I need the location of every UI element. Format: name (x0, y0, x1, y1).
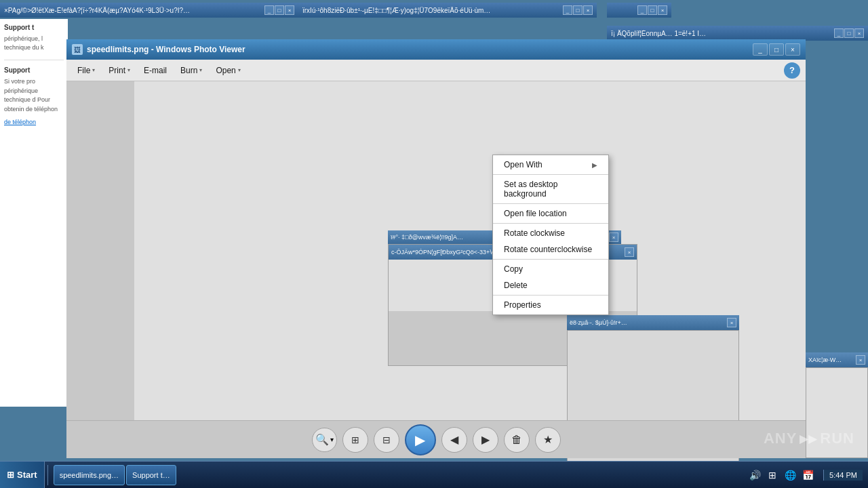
taskbar: ⊞ Start speedlimits.png… Support t… 🔊 ⊞ … (0, 461, 868, 488)
tray-icons: 🔊 ⊞ 🌐 📅 (743, 468, 819, 483)
clock: 5:44 PM (823, 470, 863, 481)
bg-window-3-minimize[interactable]: _ (637, 5, 647, 15)
lower-right-window-title: ë8·zµâ·-. $µÚ}·û!r+… (570, 319, 727, 326)
ctx-open-file-location[interactable]: Open file location (493, 205, 608, 222)
ctx-open-with[interactable]: Open With ▶ (493, 157, 608, 173)
menu-help[interactable]: ? (784, 62, 800, 79)
bg-window-1-maximize[interactable]: □ (275, 5, 284, 15)
start-button[interactable]: ⊞ Start (0, 462, 45, 488)
menu-print-arrow: ▾ (127, 67, 130, 73)
ctx-copy[interactable]: Copy (493, 261, 608, 277)
left-nav-panel (66, 81, 134, 454)
small-window-right-bar: XAïc¦æ·W… × (806, 352, 868, 367)
ctx-rotate-ccw[interactable]: Rotate counterclockwise (493, 241, 608, 258)
bg-window-3-maximize[interactable]: □ (648, 5, 657, 15)
taskbar-tray: 🔊 ⊞ 🌐 📅 5:44 PM (738, 462, 868, 488)
bg-window-2-controls: _ □ × (563, 5, 593, 15)
clock-time: 5:44 PM (829, 471, 857, 479)
anyrun-watermark: ANY ▶▶ RUN (764, 430, 854, 447)
bg-window-3-close[interactable]: × (658, 5, 667, 15)
menu-file[interactable]: File ▾ (72, 62, 100, 79)
menu-print[interactable]: Print ▾ (103, 62, 136, 79)
ctx-sep-1 (493, 174, 608, 175)
menu-email[interactable]: E-mail (138, 62, 172, 79)
bg-window-4-controls: _ □ × (834, 28, 864, 38)
actual-size-btn[interactable]: ⊟ (374, 427, 399, 453)
menu-open-arrow: ▾ (238, 67, 241, 73)
ctx-properties[interactable]: Properties (493, 297, 608, 313)
bg-window-4-close[interactable]: × (854, 28, 864, 38)
ctx-sep-4 (493, 259, 608, 260)
bg-window-1-title: ×PAg/©>Ø!ëtXæ-È!efàA?¦ï÷?r4KÄ(æµ?AYó4K·¹… (4, 7, 264, 14)
star-btn[interactable]: ★ (535, 427, 561, 453)
photo-viewer-minimize[interactable]: _ (753, 43, 768, 56)
menu-burn-arrow: ▾ (199, 67, 202, 73)
watermark-any: ANY (764, 430, 797, 447)
tray-icon-3[interactable]: 📅 (800, 468, 815, 483)
small-window-right-close[interactable]: × (856, 355, 865, 365)
watermark-run: RUN (820, 430, 854, 447)
bg-window-2-titlebar: ïrxIú·¹ôh8ziëÐ·ûb±¹·-µE!‡□□¶¦Æ·y)og‡¦Ü7O… (298, 3, 597, 18)
photo-viewer-title: speedlimits.png - Windows Photo Viewer (87, 45, 753, 54)
photo-viewer-content: Open With ▶ Set as desktop background Op… (66, 81, 806, 454)
ctx-open-with-arrow: ▶ (592, 161, 597, 169)
zoom-arrow-icon: ▾ (330, 436, 334, 443)
watermark-arrow-icon: ▶▶ (800, 432, 817, 445)
small-window-right-title: XAïc¦æ·W… (808, 357, 856, 363)
sidebar-heading-2: Support (4, 66, 64, 75)
ctx-rotate-cw[interactable]: Rotate clockwise (493, 225, 608, 241)
bg-window-4-maximize[interactable]: □ (844, 28, 854, 38)
next-btn[interactable]: ▶ (473, 427, 498, 453)
bg-window-2-maximize[interactable]: □ (573, 5, 583, 15)
lower-window-2-close[interactable]: × (625, 247, 634, 257)
menu-file-arrow: ▾ (92, 67, 95, 73)
photo-viewer-menubar: File ▾ Print ▾ E-mail Burn ▾ Open ▾ ? (66, 60, 806, 81)
taskbar-items: speedlimits.png… Support t… (51, 462, 738, 488)
zoom-icon: 🔍 (315, 433, 329, 446)
lower-window-1-close[interactable]: × (609, 232, 618, 242)
bg-window-4-title: ï¡ ÄQõplíf¦ÉonnµA… 1=ë!+1 I… (611, 30, 834, 37)
taskbar-item-1[interactable]: Support t… (126, 465, 176, 485)
sidebar-text-1: périphérique, l technique du k (4, 35, 64, 52)
bg-window-1-controls: _ □ × (264, 5, 294, 15)
context-menu: Open With ▶ Set as desktop background Op… (492, 155, 609, 315)
start-label: Start (17, 470, 37, 480)
bg-window-1-minimize[interactable]: _ (264, 5, 274, 15)
sidebar-link[interactable]: de téléphon (4, 119, 36, 125)
windows-icon: ⊞ (7, 470, 14, 480)
ctx-sep-3 (493, 223, 608, 224)
taskbar-item-0[interactable]: speedlimits.png… (54, 465, 125, 485)
slideshow-btn[interactable]: ▶ (405, 424, 436, 455)
delete-btn[interactable]: 🗑 (504, 427, 530, 453)
bg-window-2-minimize[interactable]: _ (563, 5, 572, 15)
bg-window-2-close[interactable]: × (583, 5, 593, 15)
bg-window-1-titlebar: ×PAg/©>Ø!ëtXæ-È!efàA?¦ï÷?r4KÄ(æµ?AYó4K·¹… (0, 3, 298, 18)
sidebar-text-2: Si votre pro périphérique technique d Po… (4, 77, 64, 114)
bg-window-2-title: ïrxIú·¹ôh8ziëÐ·ûb±¹·-µE!‡□□¶¦Æ·y)og‡¦Ü7O… (302, 7, 563, 14)
menu-open[interactable]: Open ▾ (210, 62, 245, 79)
photo-viewer-titlebar: 🖼 speedlimits.png - Windows Photo Viewer… (66, 39, 806, 60)
tray-icon-0[interactable]: 🔊 (747, 468, 762, 483)
tray-icon-2[interactable]: 🌐 (783, 468, 797, 483)
sidebar-content: Support t périphérique, l technique du k… (0, 19, 68, 131)
ctx-set-desktop-bg[interactable]: Set as desktop background (493, 176, 608, 202)
lower-right-window-close[interactable]: × (727, 318, 736, 327)
sidebar-left: Support t périphérique, l technique du k… (0, 19, 68, 407)
prev-btn[interactable]: ◀ (441, 427, 467, 453)
bg-window-4-minimize[interactable]: _ (834, 28, 844, 38)
menu-burn[interactable]: Burn ▾ (175, 62, 208, 79)
fit-btn[interactable]: ⊞ (342, 427, 368, 453)
ctx-delete[interactable]: Delete (493, 277, 608, 293)
zoom-control[interactable]: 🔍 ▾ (312, 428, 337, 452)
bg-window-3-controls: _ □ × (637, 5, 667, 15)
bg-window-4-titlebar: ï¡ ÄQõplíf¦ÉonnµA… 1=ë!+1 I… _ □ × (607, 26, 868, 41)
photo-viewer-maximize[interactable]: □ (769, 43, 784, 56)
sidebar-heading-1: Support t (4, 23, 64, 33)
photo-viewer-close[interactable]: × (785, 43, 800, 56)
photo-viewer-controls: _ □ × (753, 43, 800, 56)
tray-icon-1[interactable]: ⊞ (765, 468, 780, 483)
photo-viewer-icon: 🖼 (72, 44, 83, 55)
main-image-area[interactable]: Open With ▶ Set as desktop background Op… (134, 81, 806, 454)
taskbar-divider (47, 465, 48, 485)
bg-window-1-close[interactable]: × (285, 5, 294, 15)
